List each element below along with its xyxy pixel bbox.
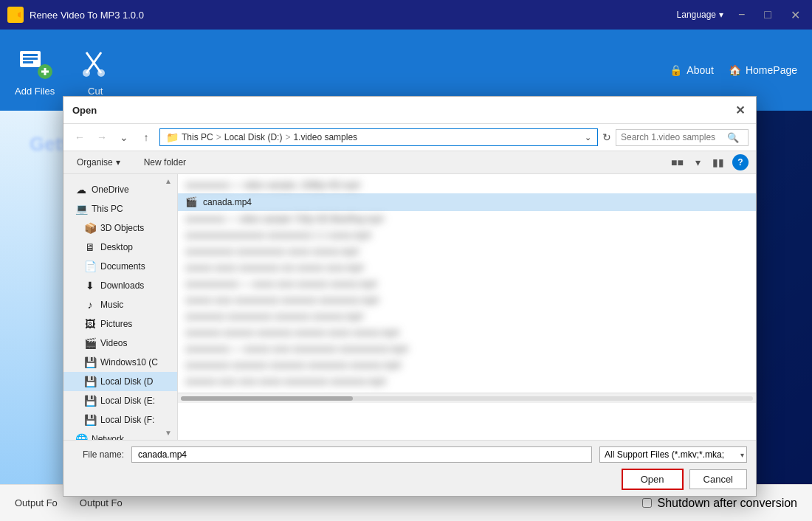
sidebar-item-downloads[interactable]: ⬇ Downloads (63, 276, 177, 295)
file-item-blurred-11[interactable]: xxxxxxxxxx xxxxxxxx xxxxxxxx xxxxxxxxx x… (178, 357, 756, 373)
nav-forward-button[interactable]: → (93, 128, 111, 146)
sidebar-item-local-disk-f[interactable]: 💾 Local Disk (F: (63, 410, 177, 429)
lock-icon: 🔒 (670, 64, 682, 76)
minimize-button[interactable]: − (734, 7, 749, 23)
windows-drive-icon: 💾 (84, 356, 96, 368)
app-title: Renee Video To MP3 1.0.0 (30, 10, 144, 21)
view-controls: ■■ ▾ ▮▮ ? (667, 154, 749, 170)
file-item-blurred-4[interactable]: xxxxxxxxxxx xxxxxxxxxxx xxxxx xxxxxx.mp4 (178, 244, 756, 260)
sidebar-label-downloads: Downloads (100, 280, 144, 291)
sidebar-item-windows10[interactable]: 💾 Windows10 (C (63, 353, 177, 372)
about-link[interactable]: 🔒 About (670, 64, 714, 76)
organise-label: Organise (77, 157, 113, 168)
add-files-icon (16, 44, 53, 81)
hscroll-thumb[interactable] (181, 396, 353, 401)
sidebar-item-pictures[interactable]: 🖼 Pictures (63, 314, 177, 334)
hscroll-container (178, 393, 756, 403)
svg-rect-5 (23, 61, 33, 63)
nav-up-button[interactable]: ↑ (137, 128, 155, 146)
help-button[interactable]: ? (732, 154, 749, 170)
close-button[interactable]: ✕ (786, 7, 805, 24)
homepage-label: HomePage (746, 64, 797, 76)
sidebar-scroll-up[interactable]: ▲ (162, 177, 174, 185)
sidebar-item-onedrive[interactable]: ☁ OneDrive (63, 180, 177, 199)
shutdown-checkbox[interactable] (642, 498, 652, 508)
dialog-close-button[interactable]: ✕ (732, 103, 747, 117)
view-chevron-icon[interactable]: ▾ (692, 154, 704, 170)
search-box: 🔍 (616, 129, 749, 146)
add-files-button[interactable]: Add Files (15, 44, 55, 97)
file-item-canada[interactable]: 🎬 canada.mp4 (178, 193, 756, 211)
organise-button[interactable]: Organise ▾ (71, 155, 126, 170)
language-dropdown-icon: ▾ (719, 10, 723, 20)
output-folder-area: Output Fo (80, 497, 123, 508)
sidebar-item-3d-objects[interactable]: 📦 3D Objects (63, 218, 177, 238)
refresh-button[interactable]: ↻ (602, 131, 611, 143)
svg-marker-1 (18, 12, 21, 18)
3d-objects-icon: 📦 (84, 222, 96, 234)
sidebar-scroll-down[interactable]: ▼ (162, 429, 174, 437)
titlebar-left: Renee Video To MP3 1.0.0 (7, 7, 144, 23)
shutdown-label: Shutdown after conversion (658, 497, 797, 510)
titlebar-right: Language ▾ − □ ✕ (677, 7, 805, 24)
home-icon: 🏠 (729, 64, 741, 76)
add-files-label: Add Files (15, 86, 55, 97)
maximize-button[interactable]: □ (760, 7, 776, 23)
view-grid-button[interactable]: ■■ (667, 154, 687, 170)
file-item-blurred-7[interactable]: xxxxxx xxxx xxxxxxxxxx xxxxxxxx xxxxxxxx… (178, 292, 756, 308)
sidebar-item-videos[interactable]: 🎬 Videos (63, 334, 177, 353)
dialog-toolbar: Organise ▾ New folder ■■ ▾ ▮▮ ? (63, 151, 756, 174)
file-name-canada: canada.mp4 (203, 197, 749, 207)
file-item-blurred-9[interactable]: xxxxxxxx xxxxxxx xxxxxxxx xxxxxxx xxxxx … (178, 325, 756, 341)
language-button[interactable]: Language ▾ (677, 10, 723, 20)
address-path[interactable]: 📁 This PC > Local Disk (D:) > 1.video sa… (159, 128, 598, 146)
nav-recent-button[interactable]: ⌄ (115, 128, 133, 146)
titlebar: Renee Video To MP3 1.0.0 Language ▾ − □ … (0, 0, 812, 30)
nav-back-button[interactable]: ← (71, 128, 89, 146)
file-item-blurred-10[interactable]: xxxxxxxxxx — xxxxxx xxxx xxxxxxxxxx xxxx… (178, 341, 756, 357)
cancel-button[interactable]: Cancel (689, 469, 747, 489)
open-button[interactable]: Open (622, 469, 684, 490)
file-list: xxxxxxxxxx — video sample, 1080p HD.mp4 … (178, 174, 756, 393)
help-label: ? (737, 157, 743, 168)
addr-folder-icon: 📁 (166, 131, 179, 143)
view-layout-button[interactable]: ▮▮ (709, 154, 728, 170)
toolbar-right-links: 🔒 About 🏠 HomePage (670, 64, 797, 76)
file-item-blurred-12[interactable]: xxxxxxx xxxx xxxx xxxxx xxxxxxxxxx xxxxx… (178, 373, 756, 390)
filetype-select[interactable]: All Support Files (*.mkv;*.mka; All File… (599, 446, 747, 463)
sidebar-label-documents: Documents (100, 261, 145, 272)
sidebar-label-music: Music (100, 300, 123, 310)
file-item-blurred-5[interactable]: xxxxxx xxxxx xxxxxxxxx xxx xxxxxx xxxx.m… (178, 260, 756, 276)
file-item-blurred-3[interactable]: xxxxxxxxxxxxxxxxxx xxxxxxxxxx 1 1 xxxxx.… (178, 227, 756, 244)
local-disk-e-icon: 💾 (84, 395, 96, 407)
homepage-link[interactable]: 🏠 HomePage (729, 64, 797, 76)
hscroll-bar-area[interactable] (178, 393, 756, 403)
addr-this-pc: This PC (182, 132, 213, 142)
file-item-blurred-6[interactable]: xxxxxxxxxxxx — xxxxx xxxx xxxxxxx xxxxxx… (178, 276, 756, 292)
network-icon: 🌐 (75, 433, 87, 440)
sidebar-item-local-disk-d[interactable]: 💾 Local Disk (D (63, 372, 177, 391)
sidebar-item-desktop[interactable]: 🖥 Desktop (63, 238, 177, 257)
addr-folder: 1.video samples (293, 132, 357, 142)
new-folder-button[interactable]: New folder (138, 155, 192, 170)
file-item-blurred-8[interactable]: xxxxxxxxx xxxxxxxxxx xxxxxxxx xxxxxxx.mp… (178, 308, 756, 325)
desktop-icon: 🖥 (84, 241, 96, 253)
sidebar-item-local-disk-e[interactable]: 💾 Local Disk (E: (63, 391, 177, 410)
filename-input[interactable] (131, 446, 592, 463)
addr-dropdown-icon[interactable]: ⌄ (585, 133, 591, 142)
file-item-blurred-2[interactable]: xxxxxxxxx — video sample 720p HD BlueRay… (178, 211, 756, 227)
sidebar-label-windows10: Windows10 (C (100, 357, 158, 368)
sidebar-item-network[interactable]: 🌐 Network (63, 429, 177, 440)
search-input[interactable] (621, 132, 724, 142)
dialog-title: Open (72, 105, 97, 116)
cut-button[interactable]: Cut (77, 44, 114, 97)
sidebar-label-local-disk-e: Local Disk (E: (100, 396, 155, 406)
sidebar-label-local-disk-d: Local Disk (D (100, 376, 153, 387)
sidebar-item-music[interactable]: ♪ Music (63, 295, 177, 314)
sidebar-item-this-pc[interactable]: 💻 This PC (63, 199, 177, 218)
pictures-icon: 🖼 (84, 318, 96, 330)
file-item-blurred-1[interactable]: xxxxxxxxxx — video sample, 1080p HD.mp4 (178, 177, 756, 193)
sidebar-item-documents[interactable]: 📄 Documents (63, 257, 177, 276)
documents-icon: 📄 (84, 260, 96, 272)
addr-local-disk: Local Disk (D:) (224, 132, 283, 142)
